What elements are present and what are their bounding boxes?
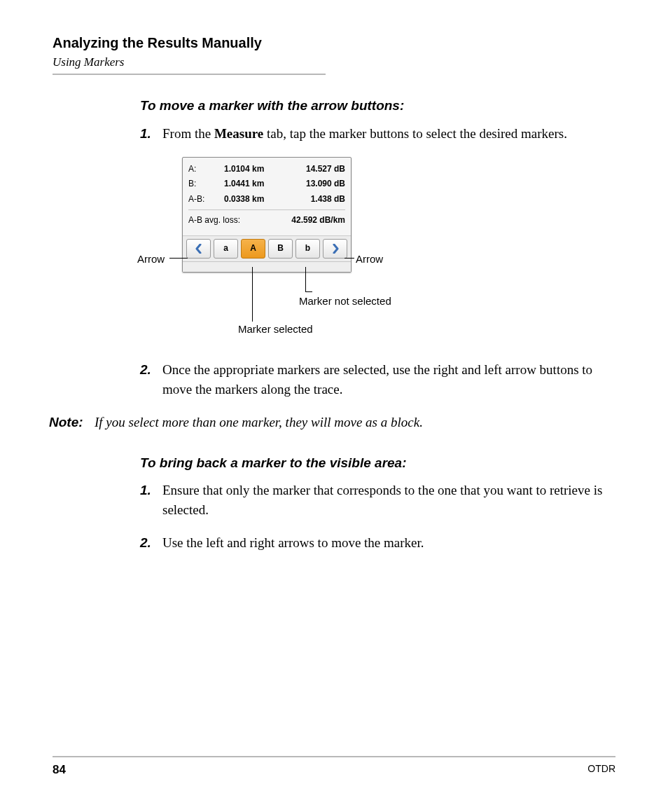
step-number: 2. xyxy=(140,360,162,399)
avg-loss-row: A-B avg. loss: 42.592 dB/km xyxy=(188,213,345,229)
step-number: 2. xyxy=(140,533,162,553)
product-name: OTDR xyxy=(587,763,615,777)
callout-line xyxy=(305,291,312,292)
callout-line xyxy=(345,258,354,259)
header-rule xyxy=(53,74,326,75)
marker-readings: A: 1.0104 km 14.527 dB B: 1.0441 km 13.0… xyxy=(183,158,351,235)
marker-button-b-small[interactable]: b xyxy=(295,239,320,259)
row-loss: 14.527 dB xyxy=(289,163,345,175)
row-distance: 1.0104 km xyxy=(224,163,280,175)
marker-panel-figure: A: 1.0104 km 14.527 dB B: 1.0441 km 13.0… xyxy=(98,153,399,343)
row-distance: 1.0441 km xyxy=(224,178,280,190)
sec2-step1-text: Ensure that only the marker that corresp… xyxy=(162,481,615,519)
row-distance: 0.0338 km xyxy=(224,193,280,205)
arrow-right-button[interactable] xyxy=(323,239,347,259)
step2-text: Once the appropriate markers are selecte… xyxy=(162,360,615,399)
marker-button-row: a A B b xyxy=(183,235,351,261)
panel-divider xyxy=(188,209,345,210)
sec2-step2-text: Use the left and right arrows to move th… xyxy=(162,533,615,553)
avg-loss-value: 42.592 dB/km xyxy=(291,214,345,226)
page-subtitle: Using Markers xyxy=(53,55,615,69)
marker-button-b-big[interactable]: B xyxy=(268,239,293,259)
row-loss: 1.438 dB xyxy=(289,193,345,205)
callout-arrow-right: Arrow xyxy=(356,252,383,267)
page-footer: 84 OTDR xyxy=(53,756,615,777)
marker-panel: A: 1.0104 km 14.527 dB B: 1.0441 km 13.0… xyxy=(182,157,352,273)
note-label: Note: xyxy=(49,413,95,432)
step1-text: From the Measure tab, tap the marker but… xyxy=(162,124,615,144)
section1-heading: To move a marker with the arrow buttons: xyxy=(140,96,615,116)
marker-button-a-big[interactable]: A xyxy=(241,239,265,259)
callout-marker-not-selected: Marker not selected xyxy=(299,294,391,309)
step-number: 1. xyxy=(140,481,162,519)
row-label: A-B: xyxy=(188,193,215,205)
reading-row-ab: A-B: 0.0338 km 1.438 dB xyxy=(188,192,345,207)
footer-rule xyxy=(53,756,615,757)
step-number: 1. xyxy=(140,124,162,144)
chevron-right-icon xyxy=(332,244,339,254)
arrow-left-button[interactable] xyxy=(186,239,211,259)
step1-part-b: tab, tap the marker buttons to select th… xyxy=(263,126,567,141)
page-title: Analyzing the Results Manually xyxy=(53,35,615,51)
reading-row-b: B: 1.0441 km 13.090 dB xyxy=(188,177,345,191)
marker-button-a-small[interactable]: a xyxy=(214,239,238,259)
avg-loss-label: A-B avg. loss: xyxy=(188,214,240,226)
reading-row-a: A: 1.0104 km 14.527 dB xyxy=(188,162,345,177)
chevron-left-icon xyxy=(195,244,202,254)
callout-line xyxy=(252,267,253,322)
callout-marker-selected: Marker selected xyxy=(238,322,313,337)
page-number: 84 xyxy=(53,763,66,777)
callout-arrow-left: Arrow xyxy=(137,252,165,267)
note-text: If you select more than one marker, they… xyxy=(95,413,423,432)
callout-line xyxy=(305,267,306,291)
row-label: A: xyxy=(188,163,215,175)
callout-line xyxy=(169,258,188,259)
section2-heading: To bring back a marker to the visible ar… xyxy=(140,453,615,473)
step1-part-a: From the xyxy=(162,126,214,141)
panel-footer-bar xyxy=(183,261,351,272)
note-block: Note: If you select more than one marker… xyxy=(49,413,615,432)
step1-bold: Measure xyxy=(214,126,263,141)
row-loss: 13.090 dB xyxy=(289,178,345,190)
row-label: B: xyxy=(188,178,215,190)
